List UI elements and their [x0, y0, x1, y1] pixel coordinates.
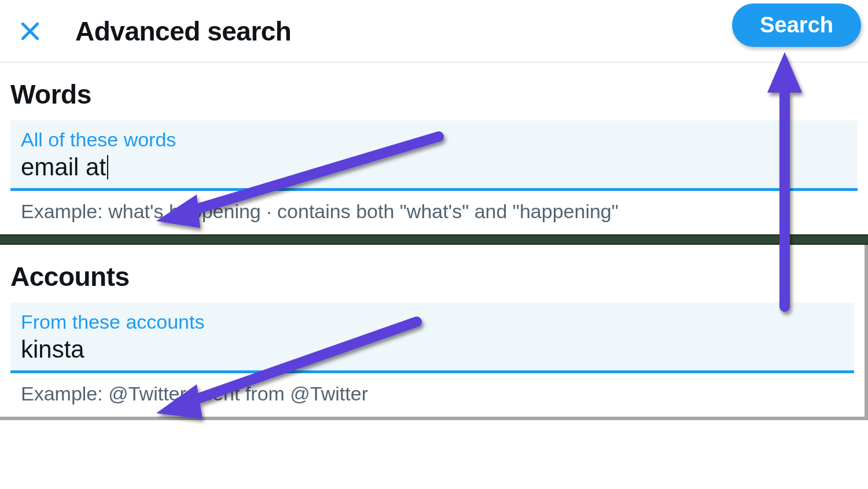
close-button[interactable]	[17, 19, 43, 44]
words-section: Words All of these words email at Exampl…	[0, 62, 868, 234]
all-words-example: Example: what's happening · contains bot…	[0, 191, 868, 234]
all-words-label: All of these words	[21, 128, 847, 151]
divider-strip	[0, 234, 868, 245]
all-words-input-text[interactable]: email at	[21, 152, 106, 182]
text-caret-icon	[107, 155, 108, 179]
close-icon	[19, 20, 41, 42]
from-accounts-input[interactable]	[21, 334, 844, 365]
search-button[interactable]: Search	[732, 3, 861, 47]
from-accounts-label: From these accounts	[21, 311, 844, 333]
accounts-section: Accounts From these accounts Example: @T…	[0, 245, 868, 420]
from-accounts-example: Example: @Twitter · sent from @Twitter	[0, 373, 865, 417]
from-accounts-field[interactable]: From these accounts	[10, 303, 854, 373]
all-words-field[interactable]: All of these words email at	[10, 120, 858, 191]
header-bar: Advanced search Search	[0, 0, 868, 62]
page-title: Advanced search	[75, 16, 291, 47]
accounts-heading: Accounts	[0, 245, 865, 303]
words-heading: Words	[0, 62, 868, 120]
